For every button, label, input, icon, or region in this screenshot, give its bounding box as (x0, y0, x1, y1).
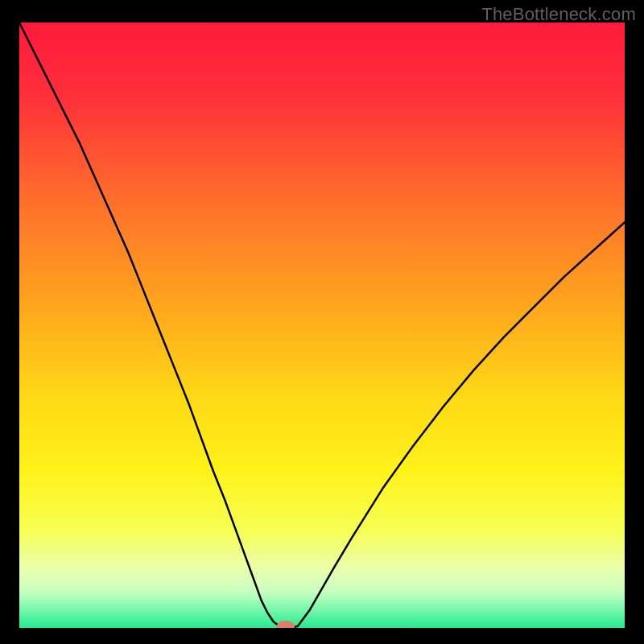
chart-frame: TheBottleneck.com (0, 0, 644, 644)
gradient-background (19, 23, 625, 628)
plot-svg (19, 23, 625, 628)
plot-area (19, 23, 625, 628)
